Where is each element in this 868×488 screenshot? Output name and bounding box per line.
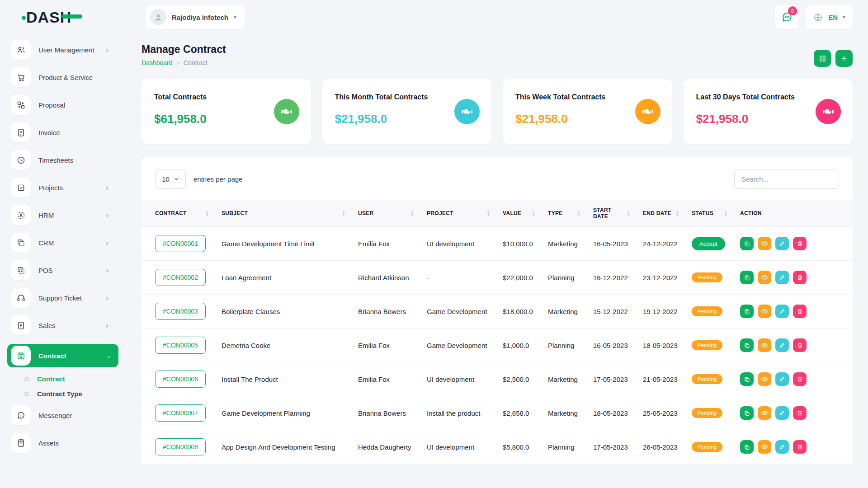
duplicate-button[interactable] [740,372,754,386]
sidebar-item-contract[interactable]: Contract ⌄ [7,344,118,367]
sidebar-item-proposal[interactable]: Proposal [11,95,113,115]
view-button[interactable] [758,406,771,420]
sort-icon[interactable]: ▲▼ [577,210,580,216]
sidebar-item-sales[interactable]: Sales › [11,315,113,335]
contract-id-link[interactable]: #CON00008 [155,438,206,455]
edit-button[interactable] [775,338,789,352]
submenu-item-contract-type[interactable]: Contract Type [24,390,113,398]
sidebar-item-support-ticket[interactable]: Support Ticket › [11,288,113,308]
sidebar-item-user-management[interactable]: User Management › [11,40,113,60]
status-badge: Pending [692,306,722,316]
status-badge: Pending [692,272,722,282]
contract-id-link[interactable]: #CON00006 [155,371,206,388]
breadcrumb-dashboard-link[interactable]: Dashboard [142,59,173,66]
view-button[interactable] [758,372,771,386]
delete-button[interactable] [793,237,807,250]
column-header-start-date[interactable]: START DATE▲▼ [588,200,637,227]
sort-icon[interactable]: ▲▼ [724,210,727,216]
sidebar-item-product-service[interactable]: Product & Service [11,67,113,87]
duplicate-button[interactable] [740,271,754,284]
edit-button[interactable] [775,305,789,318]
delete-button[interactable] [793,440,807,454]
sort-icon[interactable]: ▲▼ [206,210,209,216]
eye-icon [761,240,768,247]
subject-cell: Install The Product [216,362,353,396]
duplicate-button[interactable] [740,406,754,420]
delete-button[interactable] [793,271,807,284]
table-row: #CON00001 Game Development Time Limit Em… [142,227,853,261]
sort-icon[interactable]: ▲▼ [532,210,535,216]
trash-icon [797,444,803,450]
column-header-user[interactable]: USER▲▼ [353,200,421,227]
delete-button[interactable] [793,338,807,352]
sort-icon[interactable]: ▲▼ [342,210,345,216]
column-header-type[interactable]: TYPE▲▼ [542,200,588,227]
column-header-subject[interactable]: SUBJECT▲▼ [216,200,353,227]
delete-button[interactable] [793,406,807,420]
edit-button[interactable] [775,271,789,284]
delete-button[interactable] [793,305,807,318]
duplicate-button[interactable] [740,237,754,250]
sort-icon[interactable]: ▲▼ [627,210,630,216]
contract-id-link[interactable]: #CON00005 [155,337,206,354]
duplicate-button[interactable] [740,440,754,454]
sort-icon[interactable]: ▲▼ [676,210,679,216]
sidebar-item-projects[interactable]: Projects › [11,178,113,197]
contract-id-link[interactable]: #CON00001 [155,235,206,252]
contract-id-link[interactable]: #CON00007 [155,404,206,422]
view-button[interactable] [758,271,771,284]
chat-button[interactable]: 0 [775,5,799,29]
company-selector[interactable]: Rajodiya infotech ▾ [146,5,245,29]
table-controls: 10 entries per page [142,169,853,189]
grid-view-button[interactable] [814,50,831,67]
view-button[interactable] [758,237,771,250]
column-header-contract[interactable]: CONTRACT▲▼ [142,200,216,227]
edit-button[interactable] [775,237,789,250]
copy-icon [744,342,750,349]
sidebar-item-label: HRM [38,211,54,219]
eye-icon [761,308,768,315]
column-header-end-date[interactable]: END DATE▲▼ [637,200,686,227]
column-header-project[interactable]: PROJECT▲▼ [421,200,497,227]
sidebar-item-pos[interactable]: POS › [11,260,113,280]
subject-cell: Game Development Time Limit [216,227,353,261]
grid-icon [819,55,826,62]
sidebar-item-crm[interactable]: CRM › [11,233,113,253]
search-input[interactable] [734,169,839,189]
contract-id-link[interactable]: #CON00002 [155,269,206,286]
entries-per-page-select[interactable]: 10 [155,169,186,189]
add-contract-button[interactable] [835,50,853,67]
duplicate-button[interactable] [740,338,754,352]
start-date-cell: 16-05-2023 [588,328,637,362]
subject-cell: Loan Agreement [216,261,353,295]
sidebar-item-assets[interactable]: Assets [11,433,113,453]
view-button[interactable] [758,305,771,318]
handshake-icon [274,99,299,124]
sidebar-item-label: Invoice [38,129,60,136]
sidebar-item-timesheets[interactable]: Timesheets [11,150,113,170]
contract-id-link[interactable]: #CON00003 [155,303,206,320]
row-actions [740,406,839,420]
sort-icon[interactable]: ▲▼ [411,210,414,216]
sidebar-item-hrm[interactable]: HRM › [11,205,113,225]
brand-logo[interactable]: DASH [26,9,82,26]
copy-icon [744,444,750,450]
column-header-status[interactable]: STATUS▲▼ [686,200,735,227]
view-button[interactable] [758,440,771,454]
submenu-item-contract[interactable]: Contract [24,375,113,383]
view-button[interactable] [758,338,771,352]
sidebar-item-messenger[interactable]: Messenger [11,405,113,425]
row-actions [740,271,839,284]
edit-button[interactable] [775,440,789,454]
duplicate-button[interactable] [740,305,754,318]
delete-button[interactable] [793,372,807,386]
messenger-icon [11,405,31,425]
sort-icon[interactable]: ▲▼ [487,210,490,216]
stat-card-total-contracts: Total Contracts $61,958.0 [142,79,311,144]
edit-button[interactable] [775,372,789,386]
trash-icon [797,240,803,247]
sidebar-item-invoice[interactable]: Invoice [11,122,113,142]
column-header-value[interactable]: VALUE▲▼ [497,200,542,227]
edit-button[interactable] [775,406,789,420]
language-selector[interactable]: EN ▾ [806,5,853,29]
